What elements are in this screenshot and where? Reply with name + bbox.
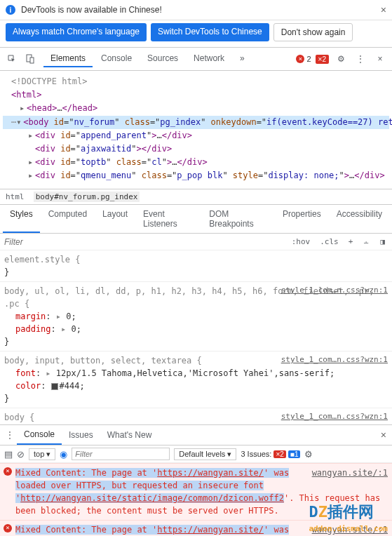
stab-events[interactable]: Event Listeners bbox=[136, 205, 201, 233]
stab-props[interactable]: Properties bbox=[276, 205, 328, 233]
match-language-button[interactable]: Always match Chrome's language bbox=[6, 23, 147, 41]
msg-source-link[interactable]: wangyan.site/:1 bbox=[312, 467, 388, 479]
crumb-html[interactable]: html bbox=[6, 192, 25, 201]
console-error-2[interactable]: × wangyan.site/:1 Mixed Content: The pag… bbox=[0, 520, 392, 536]
log-levels-selector[interactable]: Default levels ▾ bbox=[174, 448, 236, 460]
main-toolbar: Elements Console Sources Network » ×2 ×2… bbox=[0, 48, 392, 71]
settings-icon[interactable]: ⚙ bbox=[333, 51, 349, 67]
dtab-whatsnew[interactable]: What's New bbox=[100, 426, 159, 444]
live-expr-icon[interactable]: ◉ bbox=[60, 449, 67, 460]
stab-dombp[interactable]: DOM Breakpoints bbox=[202, 205, 274, 233]
stab-computed[interactable]: Computed bbox=[41, 205, 94, 233]
console-sidebar-icon[interactable]: ▤ bbox=[4, 449, 13, 460]
console-settings-icon[interactable]: ⚙ bbox=[304, 449, 313, 460]
new-rule-icon[interactable]: + bbox=[346, 236, 356, 248]
styles-filter-bar: :hov .cls + ⫠ ◨ bbox=[0, 234, 392, 250]
dom-html[interactable]: <html> bbox=[3, 88, 389, 102]
error-icon: × bbox=[4, 524, 12, 532]
error-badge[interactable]: ×2 bbox=[296, 55, 311, 63]
breadcrumb[interactable]: html body#nv_forum.pg_index bbox=[0, 189, 392, 205]
tab-elements[interactable]: Elements bbox=[43, 51, 93, 67]
drawer-close-icon[interactable]: × bbox=[378, 427, 389, 443]
main-tabs: Elements Console Sources Network » bbox=[43, 51, 252, 67]
rule-element-style[interactable]: element.style { } bbox=[0, 250, 392, 282]
infobar-buttons: Always match Chrome's language Switch De… bbox=[0, 20, 392, 48]
dom-head[interactable]: ▸<head>…</head> bbox=[3, 102, 389, 115]
inspect-icon[interactable] bbox=[4, 51, 20, 67]
dom-body-selected[interactable]: ⋯▾<body id="nv_forum" class="pg_index" o… bbox=[3, 116, 389, 129]
console-filter-input[interactable] bbox=[72, 448, 170, 460]
stab-a11y[interactable]: Accessibility bbox=[330, 205, 389, 233]
kebab-icon[interactable]: ⋮ bbox=[353, 51, 368, 67]
source-link[interactable]: style_1_com…n.css?wzn:1 bbox=[281, 411, 388, 423]
tab-sources[interactable]: Sources bbox=[140, 51, 185, 67]
info-icon: i bbox=[6, 5, 15, 15]
stab-layout[interactable]: Layout bbox=[95, 205, 135, 233]
dtab-console[interactable]: Console bbox=[17, 425, 62, 445]
drawer-tabs: ⋮ Console Issues What's New × bbox=[0, 424, 392, 445]
svg-rect-1 bbox=[30, 58, 34, 63]
tab-console[interactable]: Console bbox=[94, 51, 139, 67]
cls-button[interactable]: .cls bbox=[317, 236, 342, 248]
dom-div-qmenu[interactable]: ▸<div id="qmenu_menu" class="p_pop blk" … bbox=[3, 169, 389, 182]
close-devtools-icon[interactable]: × bbox=[372, 51, 388, 67]
styles-filter-input[interactable] bbox=[4, 237, 285, 247]
crumb-body[interactable]: body#nv_forum.pg_index bbox=[34, 192, 140, 202]
dom-doctype[interactable]: <!DOCTYPE html> bbox=[3, 75, 389, 88]
dom-div-append[interactable]: ▸<div id="append_parent">…</div> bbox=[3, 129, 389, 142]
sidebar-toggle-icon[interactable]: ◨ bbox=[377, 236, 388, 248]
error-badge-2[interactable]: ×2 bbox=[316, 55, 329, 64]
console-messages[interactable]: × wangyan.site/:1 Mixed Content: The pag… bbox=[0, 463, 392, 536]
dom-tree[interactable]: <!DOCTYPE html> <html> ▸<head>…</head> ⋯… bbox=[0, 71, 392, 189]
source-link[interactable]: style_1_com…n.css?wzn:1 bbox=[281, 285, 388, 297]
dtab-issues[interactable]: Issues bbox=[62, 426, 100, 444]
rule-body-bg[interactable]: style_1_com…n.css?wzn:1 body { backgroun… bbox=[0, 408, 392, 424]
context-selector[interactable]: top ▾ bbox=[29, 448, 55, 460]
issues-counter[interactable]: 3 Issues: ×2 ■1 bbox=[241, 450, 300, 458]
dont-show-button[interactable]: Don't show again bbox=[273, 23, 353, 41]
console-toolbar: ▤ ⊘ top ▾ ◉ Default levels ▾ 3 Issues: ×… bbox=[0, 445, 392, 463]
stab-styles[interactable]: Styles bbox=[3, 205, 40, 233]
styles-tabs: Styles Computed Layout Event Listeners D… bbox=[0, 205, 392, 234]
infobar: i DevTools is now available in Chinese! … bbox=[0, 0, 392, 20]
device-icon[interactable] bbox=[22, 51, 38, 67]
rule-body-font[interactable]: style_1_com…n.css?wzn:1 body, input, but… bbox=[0, 351, 392, 408]
clear-console-icon[interactable]: ⊘ bbox=[17, 449, 25, 460]
switch-chinese-button[interactable]: Switch DevTools to Chinese bbox=[151, 23, 269, 41]
styles-pane[interactable]: element.style { } style_1_com…n.css?wzn:… bbox=[0, 250, 392, 424]
infobar-text: DevTools is now available in Chinese! bbox=[21, 5, 162, 15]
infobar-close-icon[interactable]: × bbox=[381, 4, 386, 15]
computed-toggle-icon[interactable]: ⫠ bbox=[360, 236, 373, 248]
hov-button[interactable]: :hov bbox=[289, 236, 313, 248]
msg-source-link[interactable]: wangyan.site/:1 bbox=[312, 523, 388, 536]
tab-network[interactable]: Network bbox=[187, 51, 231, 67]
drawer-menu-icon[interactable]: ⋮ bbox=[3, 427, 17, 443]
rule-body-reset[interactable]: style_1_com…n.css?wzn:1 body, ul, ol, li… bbox=[0, 282, 392, 351]
source-link[interactable]: style_1_com…n.css?wzn:1 bbox=[281, 354, 388, 366]
dom-div-toptb[interactable]: ▸<div id="toptb" class="cl">…</div> bbox=[3, 156, 389, 169]
dom-div-ajax[interactable]: <div id="ajaxwaitid"></div> bbox=[3, 142, 389, 156]
error-icon: × bbox=[4, 467, 12, 476]
tab-more-icon[interactable]: » bbox=[233, 51, 252, 67]
console-error-1[interactable]: × wangyan.site/:1 Mixed Content: The pag… bbox=[0, 463, 392, 520]
